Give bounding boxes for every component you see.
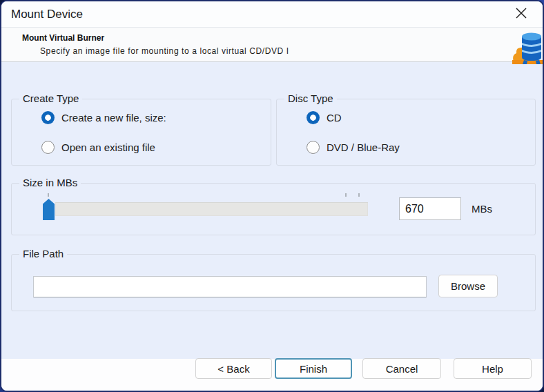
radio-cd[interactable]	[307, 111, 320, 124]
radio-open-existing-file[interactable]	[41, 141, 55, 154]
mount-device-dialog: Mount Device Mount Virtual Burner Specif…	[0, 0, 544, 392]
close-button[interactable]	[511, 4, 532, 25]
footer-button-bar: < Back Finish Cancel Help	[1, 359, 543, 391]
virtual-burner-database-icon	[511, 30, 544, 66]
help-button[interactable]: Help	[454, 358, 532, 379]
size-mb-input[interactable]	[399, 197, 461, 220]
radio-row-dvd-bluray[interactable]: DVD / Blue-Ray	[307, 141, 400, 154]
radio-row-create-new-file[interactable]: Create a new file, size:	[41, 111, 166, 124]
dialog-body: Create Type Create a new file, size: Ope…	[1, 63, 543, 362]
file-path-group: File Path Browse	[11, 254, 536, 311]
title-bar: Mount Device	[1, 1, 543, 28]
radio-dvd-bluray-label: DVD / Blue-Ray	[327, 141, 400, 153]
wizard-header: Mount Virtual Burner Specify an image fi…	[1, 28, 543, 62]
radio-create-new-file[interactable]	[41, 111, 55, 124]
close-icon	[515, 7, 527, 21]
create-type-group: Create Type Create a new file, size: Ope…	[11, 99, 271, 166]
radio-row-cd[interactable]: CD	[307, 111, 342, 124]
slider-tick	[358, 193, 360, 197]
slider-tick	[48, 193, 49, 197]
browse-button[interactable]: Browse	[438, 275, 498, 297]
file-path-group-label: File Path	[19, 248, 67, 259]
radio-row-open-existing-file[interactable]: Open an existing file	[41, 141, 155, 154]
page-title: Mount Device	[11, 8, 83, 21]
radio-open-existing-file-label: Open an existing file	[61, 141, 155, 153]
finish-button[interactable]: Finish	[275, 358, 352, 379]
radio-dvd-bluray[interactable]	[307, 141, 320, 154]
cancel-button[interactable]: Cancel	[362, 358, 441, 379]
radio-cd-label: CD	[327, 112, 342, 124]
wizard-header-title: Mount Virtual Burner	[22, 33, 104, 43]
radio-create-new-file-label: Create a new file, size:	[61, 112, 166, 124]
size-group: Size in MBs MBs	[11, 183, 536, 235]
slider-tick	[345, 193, 347, 197]
size-slider-thumb[interactable]	[43, 199, 55, 220]
disc-type-group: Disc Type CD DVD / Blue-Ray	[276, 99, 536, 166]
size-group-label: Size in MBs	[19, 177, 81, 188]
disc-type-group-label: Disc Type	[284, 92, 337, 104]
size-slider-track[interactable]	[55, 202, 368, 216]
back-button[interactable]: < Back	[195, 358, 272, 379]
file-path-input[interactable]	[33, 276, 427, 297]
wizard-header-subtitle: Specify an image file for mounting to a …	[40, 46, 289, 56]
create-type-group-label: Create Type	[19, 92, 82, 104]
size-unit-label: MBs	[472, 203, 492, 215]
